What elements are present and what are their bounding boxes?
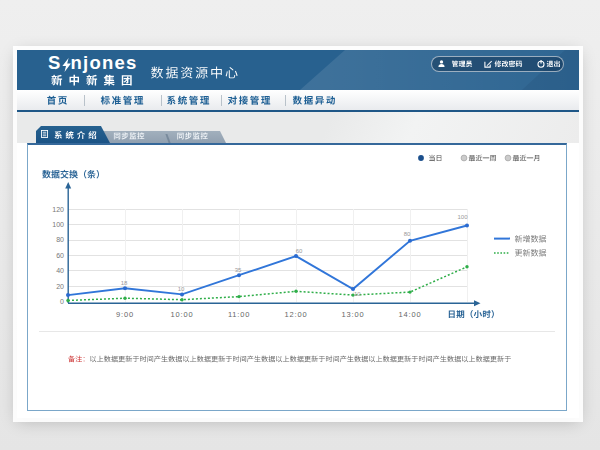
- svg-text:100: 100: [457, 214, 468, 220]
- svg-text:60: 60: [56, 252, 64, 259]
- svg-text:10: 10: [354, 291, 361, 297]
- svg-text:40: 40: [56, 267, 64, 274]
- svg-text:80: 80: [404, 231, 411, 237]
- svg-text:13:00: 13:00: [342, 310, 365, 319]
- svg-text:11:00: 11:00: [228, 310, 250, 319]
- svg-text:60: 60: [296, 248, 303, 254]
- svg-text:20: 20: [56, 283, 64, 290]
- svg-text:10: 10: [178, 286, 185, 292]
- svg-text:0: 0: [60, 298, 64, 305]
- svg-text:80: 80: [56, 236, 64, 243]
- svg-text:9:00: 9:00: [116, 310, 134, 319]
- svg-text:10:00: 10:00: [171, 310, 194, 319]
- svg-text:12:00: 12:00: [285, 310, 308, 319]
- svg-text:100: 100: [52, 221, 64, 228]
- svg-text:120: 120: [52, 206, 64, 213]
- svg-text:35: 35: [235, 267, 242, 273]
- svg-text:18: 18: [121, 280, 128, 286]
- svg-text:14:00: 14:00: [399, 310, 422, 319]
